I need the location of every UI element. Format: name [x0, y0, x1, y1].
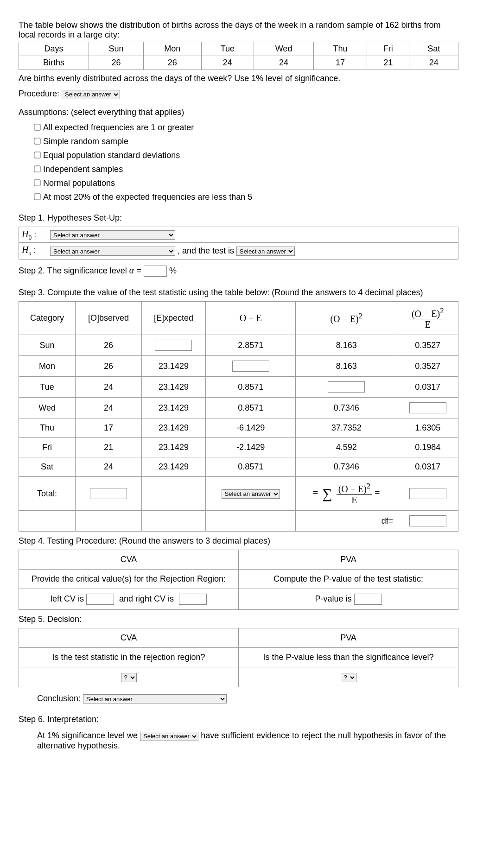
h0-symbol: H: [22, 229, 28, 239]
cell: 0.0317: [397, 377, 458, 398]
procedure-select[interactable]: Select an answer: [62, 90, 120, 99]
test-stat-name-select[interactable]: Select an answer: [222, 489, 280, 499]
cell: 0.3527: [397, 335, 458, 356]
left-cv-label: left CV is: [51, 594, 84, 603]
pva-decision-select[interactable]: ?: [341, 673, 356, 682]
ome-input[interactable]: [232, 361, 269, 372]
cell: 0.8571: [206, 398, 296, 418]
cell: 17: [76, 418, 142, 438]
cell: 24: [76, 377, 142, 398]
cell: 0.1984: [397, 438, 458, 457]
cell: Days: [19, 42, 89, 56]
df-label: df=: [296, 511, 397, 532]
cell: Mon: [19, 356, 76, 377]
step6-title: Step 6. Interpretation:: [19, 715, 458, 724]
assumption-checkbox-3[interactable]: [34, 165, 40, 172]
cva-decision-select[interactable]: ?: [121, 673, 137, 682]
cell: 26: [76, 335, 142, 356]
cell: 23.1429: [141, 418, 205, 438]
cell: 26: [143, 56, 201, 70]
pva-question: Is the P-value less than the significanc…: [239, 648, 458, 667]
right-cv-label: and right CV is: [119, 594, 174, 603]
cell: 23.1429: [141, 398, 205, 418]
hdr-category: Category: [19, 301, 76, 335]
total-observed-input[interactable]: [90, 488, 127, 499]
alpha-input[interactable]: [144, 266, 167, 277]
right-cv-input[interactable]: [179, 594, 207, 605]
cell: 1.6305: [397, 418, 458, 438]
omesq-input[interactable]: [328, 381, 365, 393]
question-text: Are births evenly distributed across the…: [19, 74, 458, 83]
cell: Thu: [19, 418, 76, 438]
births-data-table: Days Sun Mon Tue Wed Thu Fri Sat Births …: [19, 42, 458, 70]
cell: 24: [76, 398, 142, 418]
total-label: Total:: [19, 477, 76, 511]
step4-title: Step 4. Testing Procedure: (Round the an…: [19, 536, 458, 546]
assumption-checkbox-5[interactable]: [34, 193, 40, 200]
hdr-observed: [O]bserved: [76, 301, 142, 335]
cell: 23.1429: [141, 438, 205, 457]
cell: 24: [76, 457, 142, 477]
conclusion-select[interactable]: Select an answer: [83, 694, 227, 703]
assumption-checkbox-1[interactable]: [34, 138, 40, 144]
expected-input[interactable]: [155, 340, 192, 351]
assumption-label: Equal population standard deviations: [43, 151, 180, 160]
cell: Wed: [254, 42, 314, 56]
chi-input[interactable]: [409, 402, 446, 413]
cva-header2: CVA: [19, 628, 239, 648]
cell: 0.7346: [296, 398, 397, 418]
ha-symbol: H: [22, 245, 28, 255]
assumptions-list: All expected frequencies are 1 or greate…: [32, 123, 458, 202]
pva-header2: PVA: [239, 628, 458, 648]
cell: 17: [313, 56, 367, 70]
df-input[interactable]: [409, 515, 446, 526]
cell: 21: [76, 438, 142, 457]
hdr-omesq: (O − E)2: [296, 301, 397, 335]
pva-desc: Compute the P-value of the test statisti…: [239, 570, 458, 589]
cell: 2.8571: [206, 335, 296, 356]
step5-title: Step 5. Decision:: [19, 615, 458, 624]
percent: %: [169, 266, 177, 275]
pvalue-label: P-value is: [315, 594, 351, 603]
assumption-label: All expected frequencies are 1 or greate…: [43, 123, 194, 132]
cell: 0.0317: [397, 457, 458, 477]
cell: 0.7346: [296, 457, 397, 477]
cva-desc: Provide the critical value(s) for the Re…: [19, 570, 239, 589]
cell: Fri: [367, 42, 409, 56]
cell: 23.1429: [141, 457, 205, 477]
cell: Wed: [19, 398, 76, 418]
pva-header: PVA: [239, 550, 458, 570]
hdr-expected: [E]xpected: [141, 301, 205, 335]
assumption-checkbox-2[interactable]: [34, 152, 40, 158]
cell: 26: [76, 356, 142, 377]
cell: -6.1429: [206, 418, 296, 438]
h0-select[interactable]: Select an answer: [50, 230, 175, 240]
interp-prefix: At 1% significance level we: [37, 731, 138, 740]
colon: :: [33, 246, 36, 255]
chi-square-calc-table: Category [O]bserved [E]xpected O − E (O …: [19, 301, 458, 532]
colon: :: [34, 230, 36, 239]
pvalue-input[interactable]: [354, 594, 382, 605]
cell: Tue: [201, 42, 254, 56]
cell: 24: [201, 56, 254, 70]
hdr-ome: O − E: [206, 301, 296, 335]
cva-header: CVA: [19, 550, 239, 570]
cell: 23.1429: [141, 377, 205, 398]
assumption-label: Normal populations: [43, 178, 115, 188]
hdr-chi: (O − E)2 E: [397, 301, 458, 335]
procedure-label: Procedure:: [19, 89, 59, 98]
h0-sub: 0: [28, 234, 32, 241]
cell: 37.7352: [296, 418, 397, 438]
test-type-select[interactable]: Select an answer: [236, 247, 295, 256]
assumption-checkbox-0[interactable]: [34, 124, 40, 130]
cell: Sat: [19, 457, 76, 477]
cell: Sat: [409, 42, 458, 56]
assumption-label: Independent samples: [43, 165, 123, 174]
interp-select[interactable]: Select an answer: [140, 732, 198, 741]
hypotheses-table: H0 : Select an answer Ha : Select an ans…: [19, 227, 458, 260]
assumption-checkbox-4[interactable]: [34, 179, 40, 186]
chi-total-input[interactable]: [409, 488, 446, 499]
ha-select[interactable]: Select an answer: [50, 247, 175, 256]
cell: 0.3527: [397, 356, 458, 377]
left-cv-input[interactable]: [86, 594, 114, 605]
